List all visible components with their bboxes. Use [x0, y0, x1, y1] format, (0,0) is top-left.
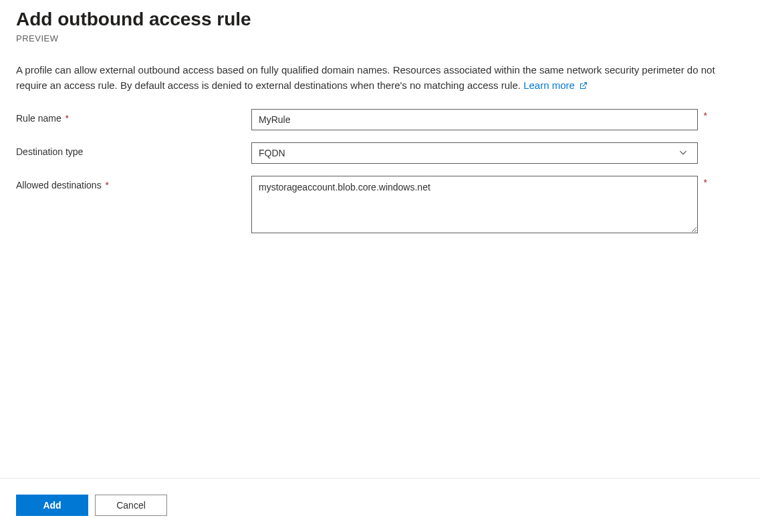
rule-name-input[interactable] [251, 109, 698, 130]
learn-more-link[interactable]: Learn more [523, 80, 588, 91]
cancel-button[interactable]: Cancel [95, 495, 167, 516]
description-body: A profile can allow external outbound ac… [16, 64, 715, 91]
required-asterisk: * [106, 180, 109, 190]
chevron-down-icon [678, 148, 688, 159]
required-indicator: * [704, 177, 707, 188]
required-indicator: * [704, 110, 707, 121]
rule-name-label-text: Rule name [16, 113, 61, 124]
destination-type-value: FQDN [259, 148, 285, 158]
allowed-destinations-label: Allowed destinations * [16, 176, 251, 190]
destination-type-label-text: Destination type [16, 146, 83, 157]
rule-name-row: Rule name * * [16, 109, 744, 130]
preview-badge: PREVIEW [16, 33, 744, 43]
required-asterisk: * [66, 113, 69, 124]
destination-type-label: Destination type [16, 142, 251, 157]
allowed-destinations-row: Allowed destinations * * [16, 176, 744, 236]
learn-more-label: Learn more [523, 80, 575, 91]
allowed-destinations-input[interactable] [251, 176, 698, 233]
allowed-destinations-label-text: Allowed destinations [16, 180, 102, 190]
external-link-icon [579, 79, 588, 94]
destination-type-select[interactable]: FQDN [251, 142, 698, 164]
description-text: A profile can allow external outbound ac… [16, 62, 744, 95]
page-title: Add outbound access rule [16, 8, 744, 31]
add-button[interactable]: Add [16, 495, 88, 516]
destination-type-row: Destination type FQDN [16, 142, 744, 164]
rule-name-label: Rule name * [16, 109, 251, 124]
footer: Add Cancel [0, 478, 760, 532]
